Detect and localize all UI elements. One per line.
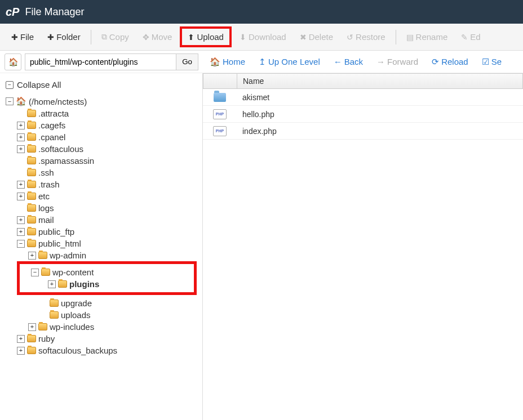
delete-button[interactable]: ✖Delete xyxy=(294,29,339,45)
file-name: akismet xyxy=(237,93,269,102)
tree-node-cpanel[interactable]: +.cpanel xyxy=(6,131,202,143)
tree-node-softaculous[interactable]: +.softaculous xyxy=(6,143,202,155)
expander-icon[interactable]: + xyxy=(17,228,25,236)
restore-button[interactable]: ↺Restore xyxy=(341,29,391,45)
tree-label: .attracta xyxy=(38,109,69,118)
app-title: File Manager xyxy=(25,6,84,18)
tree-root-label: (/home/nctests) xyxy=(29,97,87,106)
tree-node-attracta[interactable]: .attracta xyxy=(6,108,202,119)
folder-icon xyxy=(38,323,47,330)
nav-up-button[interactable]: ↥Up One Level xyxy=(254,53,325,70)
folder-icon xyxy=(50,300,59,307)
path-input[interactable] xyxy=(25,53,176,70)
expander-icon[interactable]: + xyxy=(28,323,36,331)
tree-node-cagefs[interactable]: +.cagefs xyxy=(6,119,202,131)
nav-home-label: Home xyxy=(223,57,245,66)
file-row[interactable]: PHPhello.php xyxy=(203,106,523,123)
expander-icon[interactable]: − xyxy=(17,240,25,248)
tree-label: public_html xyxy=(38,239,81,248)
tree-node-logs[interactable]: logs xyxy=(6,202,202,214)
path-bar: 🏠 Go 🏠Home ↥Up One Level ←Back →Forward … xyxy=(0,51,523,73)
tree-node-publichtml[interactable]: −public_html xyxy=(6,238,202,249)
rename-button[interactable]: ▤Rename xyxy=(401,29,454,45)
folder-icon xyxy=(27,169,36,176)
tree-node-softaculousbackups[interactable]: +softaculous_backups xyxy=(6,345,202,356)
expander-icon[interactable]: + xyxy=(17,216,25,224)
expander-icon[interactable]: + xyxy=(48,280,56,288)
tree-node-upgrade[interactable]: upgrade xyxy=(6,297,202,309)
copy-button[interactable]: ⧉Copy xyxy=(96,29,135,45)
expander-icon[interactable]: + xyxy=(17,145,25,153)
restore-label: Restore xyxy=(356,32,385,42)
download-button[interactable]: ⬇Download xyxy=(234,29,292,45)
file-name: index.php xyxy=(237,127,277,136)
file-row[interactable]: akismet xyxy=(203,89,523,106)
folder-button[interactable]: ✚Folder xyxy=(42,29,86,45)
folder-icon xyxy=(27,133,36,141)
file-name: hello.php xyxy=(237,110,274,119)
col-name-header[interactable]: Name xyxy=(237,77,264,86)
home-button[interactable]: 🏠 xyxy=(5,53,21,70)
tree-node-spamassassin[interactable]: .spamassassin xyxy=(6,155,202,167)
nav-reload-label: Reload xyxy=(441,57,468,66)
rename-icon: ▤ xyxy=(406,33,414,42)
col-icon-header[interactable] xyxy=(203,74,237,88)
tree-label: .cpanel xyxy=(38,132,65,142)
file-label: File xyxy=(20,32,34,42)
tree-label: .cagefs xyxy=(38,120,65,130)
tree-node-publicftp[interactable]: +public_ftp xyxy=(6,226,202,238)
file-row[interactable]: PHPindex.php xyxy=(203,123,523,140)
upload-button[interactable]: ⬆Upload xyxy=(180,26,232,47)
reload-icon: ⟳ xyxy=(432,57,439,67)
php-file-icon: PHP xyxy=(203,126,237,136)
file-list: akismetPHPhello.phpPHPindex.php xyxy=(203,89,523,140)
collapse-all-button[interactable]: −Collapse All xyxy=(6,78,202,95)
expander-icon[interactable]: + xyxy=(17,193,25,200)
folder-icon xyxy=(50,311,59,319)
nav-select-label: Se xyxy=(491,57,502,66)
tree-root[interactable]: −🏠(/home/nctests) xyxy=(6,95,202,108)
toolbar: ✚File ✚Folder ⧉Copy ✥Move ⬆Upload ⬇Downl… xyxy=(0,24,523,51)
expander-icon[interactable]: + xyxy=(28,252,36,260)
tree-node-plugins[interactable]: +plugins xyxy=(20,278,194,290)
folder-tree: −🏠(/home/nctests) .attracta +.cagefs +.c… xyxy=(6,95,202,356)
download-label: Download xyxy=(249,32,286,42)
expander-icon[interactable]: + xyxy=(17,122,25,129)
expander-icon[interactable]: + xyxy=(17,347,25,355)
tree-node-wpcontent[interactable]: −wp-content xyxy=(20,266,194,278)
nav-back-button[interactable]: ←Back xyxy=(329,53,367,70)
edit-button[interactable]: ✎Ed xyxy=(455,29,486,45)
expander-icon[interactable]: + xyxy=(17,335,25,343)
go-button[interactable]: Go xyxy=(176,53,198,70)
tree-label: ruby xyxy=(38,334,55,343)
expander-icon[interactable]: + xyxy=(17,133,25,141)
nav-forward-button[interactable]: →Forward xyxy=(372,53,423,70)
folder-icon xyxy=(27,157,36,164)
tree-node-uploads[interactable]: uploads xyxy=(6,309,202,321)
table-header: Name xyxy=(203,73,523,89)
tree-label: upgrade xyxy=(61,298,92,308)
expander-icon[interactable]: − xyxy=(6,97,14,105)
nav-up-label: Up One Level xyxy=(268,57,320,66)
move-button[interactable]: ✥Move xyxy=(137,29,178,45)
tree-label: wp-admin xyxy=(50,251,86,260)
file-button[interactable]: ✚File xyxy=(6,29,39,45)
nav-reload-button[interactable]: ⟳Reload xyxy=(427,53,473,70)
tree-node-etc[interactable]: +etc xyxy=(6,190,202,202)
folder-icon xyxy=(27,193,36,200)
expander-icon[interactable]: + xyxy=(17,181,25,189)
copy-label: Copy xyxy=(109,32,129,42)
tree-node-ruby[interactable]: +ruby xyxy=(6,333,202,345)
highlighted-tree-section: −wp-content +plugins xyxy=(17,261,197,295)
copy-icon: ⧉ xyxy=(101,32,107,42)
nav-home-button[interactable]: 🏠Home xyxy=(205,53,250,70)
tree-node-wpadmin[interactable]: +wp-admin xyxy=(6,249,202,261)
tree-node-trash[interactable]: +.trash xyxy=(6,178,202,190)
expander-icon[interactable]: − xyxy=(31,269,39,276)
tree-node-ssh[interactable]: .ssh xyxy=(6,167,202,178)
nav-select-button[interactable]: ☑Se xyxy=(477,53,506,70)
tree-node-mail[interactable]: +mail xyxy=(6,214,202,226)
tree-node-wpincludes[interactable]: +wp-includes xyxy=(6,321,202,333)
php-file-icon: PHP xyxy=(203,109,237,119)
plus-icon: ✚ xyxy=(47,33,54,42)
